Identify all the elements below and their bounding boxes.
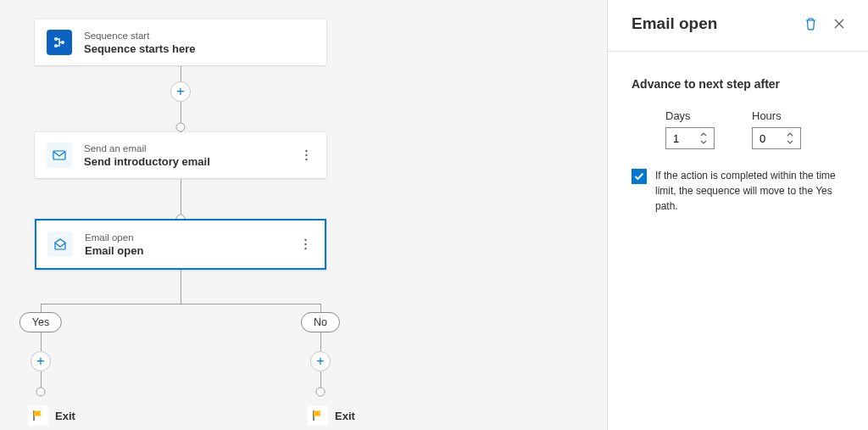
hours-decrement[interactable] <box>783 139 797 146</box>
branch-no-pill[interactable]: No <box>301 312 340 332</box>
close-button[interactable] <box>827 12 851 36</box>
node-sequence-start[interactable]: Sequence start Sequence starts here <box>35 20 326 65</box>
exit-no[interactable]: Exit <box>308 405 355 426</box>
node-subtitle: Send an email <box>84 143 210 154</box>
svg-point-7 <box>304 239 306 241</box>
yes-path-checkbox[interactable] <box>632 169 647 184</box>
advance-section-label: Advance to next step after <box>632 77 844 91</box>
connector <box>181 179 181 219</box>
connector <box>181 270 181 304</box>
hours-spinner[interactable] <box>752 127 801 149</box>
add-step-button-yes[interactable]: + <box>31 351 51 371</box>
svg-point-0 <box>55 38 58 41</box>
node-title: Sequence starts here <box>84 42 196 55</box>
days-label: Days <box>665 109 715 122</box>
node-email-open[interactable]: Email open Email open <box>35 219 326 270</box>
svg-point-2 <box>62 42 64 44</box>
svg-point-8 <box>304 243 306 245</box>
flag-icon <box>308 405 328 426</box>
branch-yes-pill[interactable]: Yes <box>19 312 62 332</box>
connector-port <box>316 388 326 397</box>
yes-path-hint: If the action is completed within the ti… <box>655 168 844 214</box>
svg-point-5 <box>305 154 307 156</box>
svg-point-4 <box>305 150 307 152</box>
delete-button[interactable] <box>798 12 822 36</box>
days-decrement[interactable] <box>697 139 710 146</box>
flow-canvas: Sequence start Sequence starts here + Se… <box>0 0 607 430</box>
exit-yes[interactable]: Exit <box>28 405 75 426</box>
node-subtitle: Email open <box>85 232 143 243</box>
email-icon <box>47 142 72 168</box>
node-subtitle: Sequence start <box>84 31 196 41</box>
flag-icon <box>28 405 48 426</box>
node-menu-button[interactable] <box>298 145 314 165</box>
exit-label: Exit <box>335 410 355 422</box>
hours-label: Hours <box>752 109 801 122</box>
svg-point-1 <box>55 45 58 47</box>
sequence-start-icon <box>47 30 72 55</box>
node-send-email[interactable]: Send an email Send introductory email <box>35 132 326 178</box>
add-step-button-no[interactable]: + <box>310 351 331 371</box>
days-increment[interactable] <box>697 131 710 138</box>
exit-label: Exit <box>55 410 75 422</box>
email-open-icon <box>47 232 73 257</box>
svg-point-6 <box>305 159 307 160</box>
properties-panel: Email open Advance to next step after Da… <box>607 0 868 430</box>
svg-point-9 <box>304 248 306 249</box>
node-title: Email open <box>85 244 143 257</box>
connector-port <box>36 388 46 397</box>
days-input[interactable] <box>666 132 697 145</box>
node-title: Send introductory email <box>84 155 210 168</box>
connector-port <box>176 123 186 132</box>
panel-header: Email open <box>608 0 868 52</box>
hours-increment[interactable] <box>783 131 797 138</box>
connector <box>41 304 320 304</box>
panel-title: Email open <box>632 14 793 33</box>
add-step-button[interactable]: + <box>170 81 191 102</box>
days-spinner[interactable] <box>665 127 715 149</box>
hours-input[interactable] <box>753 132 783 145</box>
node-menu-button[interactable] <box>297 234 314 254</box>
